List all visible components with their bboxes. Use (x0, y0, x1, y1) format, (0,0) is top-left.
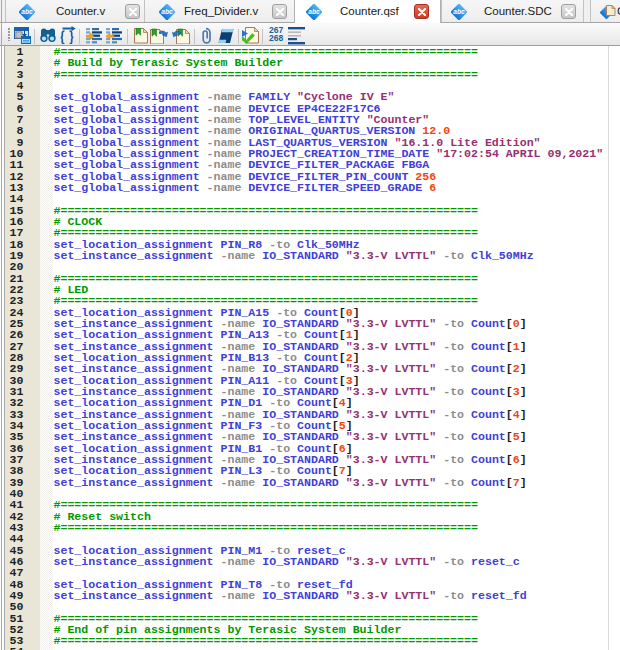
svg-text:268: 268 (269, 33, 283, 42)
